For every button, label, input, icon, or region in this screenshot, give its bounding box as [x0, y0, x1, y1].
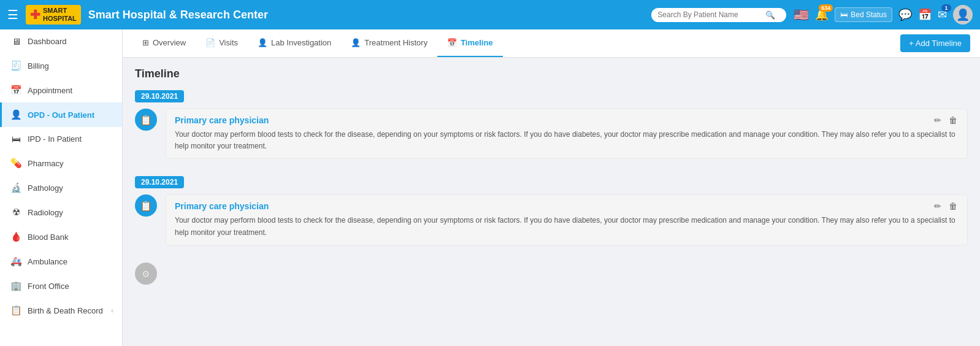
sidebar-label-billing: Billing: [28, 61, 49, 71]
sidebar-item-billing[interactable]: 🧾 Billing: [0, 53, 122, 78]
sidebar-item-ambulance[interactable]: 🚑 Ambulance: [0, 249, 122, 274]
timeline-icon-wrap-2: 📋: [135, 194, 157, 217]
sidebar-item-pathology[interactable]: 🔬 Pathology: [0, 175, 122, 200]
doc-icon-1: 📋: [140, 114, 152, 126]
date-badge-2: 29.10.2021: [135, 176, 184, 188]
mail-btn[interactable]: ✉ 1: [938, 8, 947, 21]
clock-icon: ⊙: [142, 269, 150, 279]
calendar-btn[interactable]: 📅: [918, 8, 932, 21]
notification-btn[interactable]: 🔔 634: [815, 8, 829, 21]
tab-overview-label: Overview: [153, 38, 186, 47]
birth-death-icon: 📋: [10, 305, 21, 316]
treatment-tab-icon: 👤: [351, 38, 361, 47]
sidebar-label-birth-death: Birth & Death Record: [28, 306, 103, 315]
logo-cross-icon: ✚: [30, 9, 40, 21]
tab-treatment[interactable]: 👤 Treatment History: [341, 29, 437, 57]
sidebar-label-front-office: Front Office: [28, 282, 69, 291]
sidebar-item-opd[interactable]: 👤 OPD - Out Patient: [0, 102, 122, 127]
timeline-tab-icon: 📅: [447, 38, 457, 47]
card-title-1: Primary care physician: [175, 115, 269, 125]
sidebar-item-birth-death[interactable]: 📋 Birth & Death Record ‹: [0, 298, 122, 323]
pharmacy-icon: 💊: [10, 158, 21, 169]
sidebar-label-ipd: IPD - In Patient: [28, 134, 82, 144]
sidebar-item-ipd[interactable]: 🛏 IPD - In Patient: [0, 127, 122, 151]
ambulance-icon: 🚑: [10, 256, 21, 267]
flag-icon: 🇺🇸: [794, 7, 809, 22]
pathology-icon: 🔬: [10, 182, 21, 193]
delete-btn-1[interactable]: 🗑: [947, 115, 959, 125]
search-input[interactable]: [657, 10, 762, 19]
add-timeline-button[interactable]: + Add Timeline: [900, 34, 970, 52]
timeline-end-wrap: ⊙: [135, 263, 157, 285]
content-area: ⊞ Overview 📄 Visits 👤 Lab Investigation …: [123, 29, 980, 346]
app-title: Smart Hospital & Research Center: [88, 9, 644, 21]
sidebar-label-blood-bank: Blood Bank: [28, 233, 69, 242]
bed-icon: 🛏: [840, 10, 848, 19]
logo: ✚ SMARTHOSPITAL: [26, 5, 81, 25]
timeline-circle-1: 📋: [135, 109, 157, 131]
edit-btn-1[interactable]: ✏: [933, 115, 943, 125]
sidebar-label-dashboard: Dashboard: [28, 37, 67, 46]
main-layout: 🖥 Dashboard 🧾 Billing 📅 Appointment 👤 OP…: [0, 29, 980, 346]
timeline-block-2: 29.10.2021 📋 Primary care physician ✏ 🗑: [135, 176, 968, 255]
card-header-1: Primary care physician ✏ 🗑: [175, 115, 959, 125]
header-icons: 🇺🇸 🔔 634 🛏 Bed Status 💬 📅 ✉ 1 👤: [794, 5, 973, 25]
tab-lab-label: Lab Investigation: [271, 38, 331, 47]
tab-overview[interactable]: ⊞ Overview: [132, 29, 196, 57]
sidebar-label-appointment: Appointment: [28, 86, 72, 95]
visits-tab-icon: 📄: [205, 38, 215, 47]
tab-treatment-label: Treatment History: [364, 38, 427, 47]
card-actions-2: ✏ 🗑: [933, 201, 959, 211]
timeline-heading: Timeline: [135, 67, 968, 80]
header: ☰ ✚ SMARTHOSPITAL Smart Hospital & Resea…: [0, 0, 980, 29]
tabs-bar: ⊞ Overview 📄 Visits 👤 Lab Investigation …: [123, 29, 980, 58]
ipd-icon: 🛏: [10, 134, 21, 144]
sidebar: 🖥 Dashboard 🧾 Billing 📅 Appointment 👤 OP…: [0, 29, 123, 346]
date-badge-1: 29.10.2021: [135, 90, 184, 102]
mail-badge: 1: [941, 4, 951, 12]
card-title-2: Primary care physician: [175, 201, 269, 211]
whatsapp-btn[interactable]: 💬: [898, 8, 912, 21]
sidebar-item-radiology[interactable]: ☢ Radiology: [0, 200, 122, 225]
timeline-circle-2: 📋: [135, 194, 157, 217]
front-office-icon: 🏢: [10, 280, 21, 291]
timeline-end: ⊙: [135, 263, 968, 285]
opd-icon: 👤: [10, 109, 21, 120]
sidebar-label-radiology: Radiology: [28, 208, 63, 217]
timeline-end-circle: ⊙: [135, 263, 157, 285]
sidebar-label-opd: OPD - Out Patient: [28, 110, 94, 120]
billing-icon: 🧾: [10, 60, 21, 71]
tab-visits[interactable]: 📄 Visits: [196, 29, 248, 57]
sidebar-item-dashboard[interactable]: 🖥 Dashboard: [0, 29, 122, 53]
card-body-1: Your doctor may perform blood tests to c…: [175, 129, 959, 152]
sidebar-item-blood-bank[interactable]: 🩸 Blood Bank: [0, 225, 122, 249]
dashboard-icon: 🖥: [10, 36, 21, 47]
edit-btn-2[interactable]: ✏: [933, 201, 943, 211]
card-body-2: Your doctor may perform blood tests to c…: [175, 215, 959, 238]
timeline-entry-1: 📋 Primary care physician ✏ 🗑 Your doctor…: [135, 109, 968, 169]
notification-badge: 634: [819, 4, 833, 12]
tab-timeline[interactable]: 📅 Timeline: [437, 29, 503, 57]
sidebar-item-front-office[interactable]: 🏢 Front Office: [0, 274, 122, 298]
radiology-icon: ☢: [10, 207, 21, 218]
appointment-icon: 📅: [10, 85, 21, 96]
menu-icon[interactable]: ☰: [7, 7, 18, 22]
tab-lab[interactable]: 👤 Lab Investigation: [248, 29, 341, 57]
avatar[interactable]: 👤: [953, 5, 973, 25]
timeline-entry-2: 📋 Primary care physician ✏ 🗑 Your doctor…: [135, 194, 968, 255]
overview-tab-icon: ⊞: [142, 38, 149, 47]
delete-btn-2[interactable]: 🗑: [947, 201, 959, 211]
timeline-icon-wrap-1: 📋: [135, 109, 157, 131]
sidebar-item-appointment[interactable]: 📅 Appointment: [0, 78, 122, 102]
search-box[interactable]: 🔍: [651, 8, 786, 22]
timeline-block-1: 29.10.2021 📋 Primary care physician ✏ 🗑: [135, 90, 968, 169]
tab-timeline-label: Timeline: [461, 38, 493, 47]
search-icon: 🔍: [765, 10, 775, 20]
sidebar-item-pharmacy[interactable]: 💊 Pharmacy: [0, 151, 122, 175]
sidebar-label-ambulance: Ambulance: [28, 257, 67, 266]
card-header-2: Primary care physician ✏ 🗑: [175, 201, 959, 211]
sidebar-label-pharmacy: Pharmacy: [28, 159, 64, 168]
chevron-right-icon: ‹: [111, 307, 113, 314]
timeline-section: Timeline 29.10.2021 📋 Primary care physi…: [123, 58, 980, 299]
bed-status-btn[interactable]: 🛏 Bed Status: [835, 7, 892, 22]
